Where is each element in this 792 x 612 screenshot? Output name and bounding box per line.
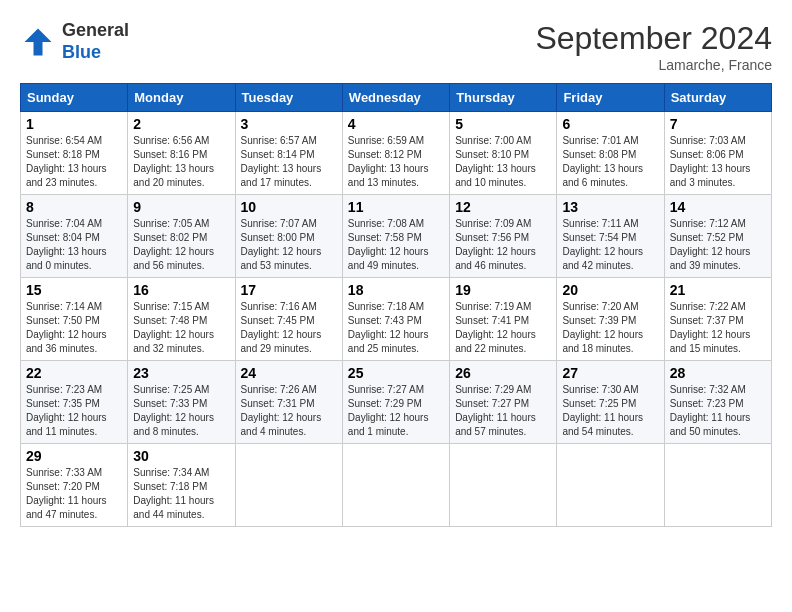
calendar-cell: 13Sunrise: 7:11 AMSunset: 7:54 PMDayligh… xyxy=(557,195,664,278)
day-number: 3 xyxy=(241,116,337,132)
day-info: Sunrise: 7:29 AMSunset: 7:27 PMDaylight:… xyxy=(455,383,551,439)
logo-blue: Blue xyxy=(62,42,101,62)
day-info: Sunrise: 7:34 AMSunset: 7:18 PMDaylight:… xyxy=(133,466,229,522)
calendar-cell: 6Sunrise: 7:01 AMSunset: 8:08 PMDaylight… xyxy=(557,112,664,195)
day-info: Sunrise: 7:33 AMSunset: 7:20 PMDaylight:… xyxy=(26,466,122,522)
col-monday: Monday xyxy=(128,84,235,112)
calendar-week-2: 8Sunrise: 7:04 AMSunset: 8:04 PMDaylight… xyxy=(21,195,772,278)
calendar-cell: 30Sunrise: 7:34 AMSunset: 7:18 PMDayligh… xyxy=(128,444,235,527)
calendar-cell: 1Sunrise: 6:54 AMSunset: 8:18 PMDaylight… xyxy=(21,112,128,195)
day-info: Sunrise: 7:20 AMSunset: 7:39 PMDaylight:… xyxy=(562,300,658,356)
day-number: 21 xyxy=(670,282,766,298)
day-info: Sunrise: 6:56 AMSunset: 8:16 PMDaylight:… xyxy=(133,134,229,190)
day-info: Sunrise: 7:09 AMSunset: 7:56 PMDaylight:… xyxy=(455,217,551,273)
page-header: General Blue September 2024 Lamarche, Fr… xyxy=(20,20,772,73)
day-info: Sunrise: 7:18 AMSunset: 7:43 PMDaylight:… xyxy=(348,300,444,356)
day-info: Sunrise: 7:03 AMSunset: 8:06 PMDaylight:… xyxy=(670,134,766,190)
calendar-cell: 24Sunrise: 7:26 AMSunset: 7:31 PMDayligh… xyxy=(235,361,342,444)
col-sunday: Sunday xyxy=(21,84,128,112)
day-number: 12 xyxy=(455,199,551,215)
month-title: September 2024 xyxy=(535,20,772,57)
day-info: Sunrise: 7:22 AMSunset: 7:37 PMDaylight:… xyxy=(670,300,766,356)
title-block: September 2024 Lamarche, France xyxy=(535,20,772,73)
calendar-week-4: 22Sunrise: 7:23 AMSunset: 7:35 PMDayligh… xyxy=(21,361,772,444)
day-info: Sunrise: 7:19 AMSunset: 7:41 PMDaylight:… xyxy=(455,300,551,356)
day-info: Sunrise: 7:12 AMSunset: 7:52 PMDaylight:… xyxy=(670,217,766,273)
day-number: 4 xyxy=(348,116,444,132)
day-info: Sunrise: 7:27 AMSunset: 7:29 PMDaylight:… xyxy=(348,383,444,439)
calendar-week-1: 1Sunrise: 6:54 AMSunset: 8:18 PMDaylight… xyxy=(21,112,772,195)
day-info: Sunrise: 7:00 AMSunset: 8:10 PMDaylight:… xyxy=(455,134,551,190)
col-thursday: Thursday xyxy=(450,84,557,112)
calendar-cell: 14Sunrise: 7:12 AMSunset: 7:52 PMDayligh… xyxy=(664,195,771,278)
calendar-cell: 12Sunrise: 7:09 AMSunset: 7:56 PMDayligh… xyxy=(450,195,557,278)
calendar-cell: 8Sunrise: 7:04 AMSunset: 8:04 PMDaylight… xyxy=(21,195,128,278)
calendar-cell: 7Sunrise: 7:03 AMSunset: 8:06 PMDaylight… xyxy=(664,112,771,195)
day-info: Sunrise: 7:08 AMSunset: 7:58 PMDaylight:… xyxy=(348,217,444,273)
calendar-cell: 3Sunrise: 6:57 AMSunset: 8:14 PMDaylight… xyxy=(235,112,342,195)
day-number: 30 xyxy=(133,448,229,464)
day-info: Sunrise: 7:26 AMSunset: 7:31 PMDaylight:… xyxy=(241,383,337,439)
day-number: 26 xyxy=(455,365,551,381)
day-info: Sunrise: 7:01 AMSunset: 8:08 PMDaylight:… xyxy=(562,134,658,190)
calendar-cell: 27Sunrise: 7:30 AMSunset: 7:25 PMDayligh… xyxy=(557,361,664,444)
calendar-cell: 28Sunrise: 7:32 AMSunset: 7:23 PMDayligh… xyxy=(664,361,771,444)
day-info: Sunrise: 7:25 AMSunset: 7:33 PMDaylight:… xyxy=(133,383,229,439)
calendar-cell xyxy=(235,444,342,527)
calendar-cell: 17Sunrise: 7:16 AMSunset: 7:45 PMDayligh… xyxy=(235,278,342,361)
calendar-cell: 20Sunrise: 7:20 AMSunset: 7:39 PMDayligh… xyxy=(557,278,664,361)
day-number: 5 xyxy=(455,116,551,132)
calendar-cell xyxy=(557,444,664,527)
calendar-week-3: 15Sunrise: 7:14 AMSunset: 7:50 PMDayligh… xyxy=(21,278,772,361)
col-wednesday: Wednesday xyxy=(342,84,449,112)
calendar-cell: 19Sunrise: 7:19 AMSunset: 7:41 PMDayligh… xyxy=(450,278,557,361)
day-number: 13 xyxy=(562,199,658,215)
day-number: 19 xyxy=(455,282,551,298)
calendar-cell xyxy=(450,444,557,527)
day-info: Sunrise: 7:04 AMSunset: 8:04 PMDaylight:… xyxy=(26,217,122,273)
day-info: Sunrise: 7:15 AMSunset: 7:48 PMDaylight:… xyxy=(133,300,229,356)
calendar-cell: 10Sunrise: 7:07 AMSunset: 8:00 PMDayligh… xyxy=(235,195,342,278)
day-number: 1 xyxy=(26,116,122,132)
calendar-cell: 25Sunrise: 7:27 AMSunset: 7:29 PMDayligh… xyxy=(342,361,449,444)
logo: General Blue xyxy=(20,20,129,63)
day-info: Sunrise: 7:16 AMSunset: 7:45 PMDaylight:… xyxy=(241,300,337,356)
day-number: 9 xyxy=(133,199,229,215)
calendar-cell: 26Sunrise: 7:29 AMSunset: 7:27 PMDayligh… xyxy=(450,361,557,444)
calendar-cell: 23Sunrise: 7:25 AMSunset: 7:33 PMDayligh… xyxy=(128,361,235,444)
day-number: 24 xyxy=(241,365,337,381)
calendar-cell: 5Sunrise: 7:00 AMSunset: 8:10 PMDaylight… xyxy=(450,112,557,195)
calendar-cell: 29Sunrise: 7:33 AMSunset: 7:20 PMDayligh… xyxy=(21,444,128,527)
day-info: Sunrise: 7:07 AMSunset: 8:00 PMDaylight:… xyxy=(241,217,337,273)
day-number: 15 xyxy=(26,282,122,298)
day-number: 14 xyxy=(670,199,766,215)
day-info: Sunrise: 7:14 AMSunset: 7:50 PMDaylight:… xyxy=(26,300,122,356)
day-number: 28 xyxy=(670,365,766,381)
day-number: 22 xyxy=(26,365,122,381)
day-info: Sunrise: 7:30 AMSunset: 7:25 PMDaylight:… xyxy=(562,383,658,439)
day-number: 27 xyxy=(562,365,658,381)
day-info: Sunrise: 7:23 AMSunset: 7:35 PMDaylight:… xyxy=(26,383,122,439)
day-number: 25 xyxy=(348,365,444,381)
calendar-cell: 11Sunrise: 7:08 AMSunset: 7:58 PMDayligh… xyxy=(342,195,449,278)
calendar-cell: 15Sunrise: 7:14 AMSunset: 7:50 PMDayligh… xyxy=(21,278,128,361)
calendar-cell xyxy=(664,444,771,527)
day-number: 6 xyxy=(562,116,658,132)
day-info: Sunrise: 7:32 AMSunset: 7:23 PMDaylight:… xyxy=(670,383,766,439)
calendar-table: Sunday Monday Tuesday Wednesday Thursday… xyxy=(20,83,772,527)
col-saturday: Saturday xyxy=(664,84,771,112)
day-number: 29 xyxy=(26,448,122,464)
calendar-cell: 16Sunrise: 7:15 AMSunset: 7:48 PMDayligh… xyxy=(128,278,235,361)
svg-marker-0 xyxy=(25,28,52,55)
calendar-week-5: 29Sunrise: 7:33 AMSunset: 7:20 PMDayligh… xyxy=(21,444,772,527)
location: Lamarche, France xyxy=(535,57,772,73)
day-number: 20 xyxy=(562,282,658,298)
day-info: Sunrise: 6:57 AMSunset: 8:14 PMDaylight:… xyxy=(241,134,337,190)
day-number: 10 xyxy=(241,199,337,215)
day-number: 17 xyxy=(241,282,337,298)
day-number: 18 xyxy=(348,282,444,298)
day-info: Sunrise: 6:59 AMSunset: 8:12 PMDaylight:… xyxy=(348,134,444,190)
calendar-cell: 21Sunrise: 7:22 AMSunset: 7:37 PMDayligh… xyxy=(664,278,771,361)
calendar-cell xyxy=(342,444,449,527)
logo-general: General xyxy=(62,20,129,40)
